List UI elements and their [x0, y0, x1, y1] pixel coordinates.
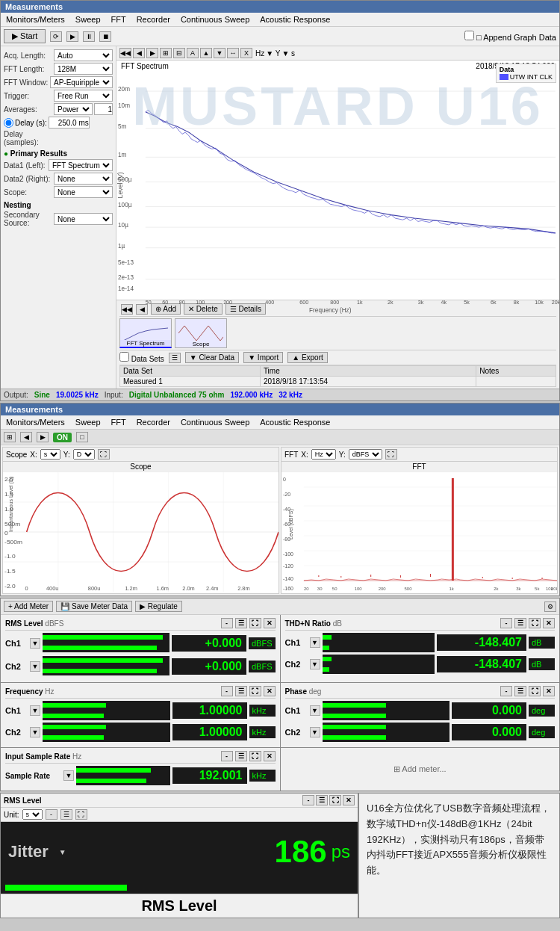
fft-right-x-select[interactable]: Hz — [311, 449, 336, 460]
sec-menu-acoustic[interactable]: Acoustic Response — [258, 417, 332, 427]
acq-length-select[interactable]: Auto — [54, 49, 113, 61]
regulate-btn[interactable]: ▶ Regulate — [135, 601, 182, 612]
jitter-tb-btn1[interactable]: - — [46, 809, 57, 820]
toolbar-icon2[interactable]: ▶ — [66, 31, 78, 42]
sr-settings-icon[interactable]: ☰ — [235, 751, 247, 761]
rms-minus-icon[interactable]: - — [221, 618, 233, 628]
toolbar-icon3[interactable]: ⏸ — [83, 31, 95, 42]
fft-length-select[interactable]: 128M — [54, 63, 113, 75]
jitter-expand-icon[interactable]: ⛶ — [329, 795, 341, 805]
fft-toolbar-btn2[interactable]: ◀ — [133, 48, 145, 58]
jitter-minus-icon[interactable]: - — [302, 795, 314, 805]
rms-ch2-dropdown[interactable]: ▼ — [30, 661, 40, 672]
fft-toolbar-btn5[interactable]: ⊟ — [173, 48, 185, 58]
fft-toolbar-btn9[interactable]: ↔ — [227, 48, 239, 58]
sec-menu-monitors[interactable]: Monitors/Meters — [4, 417, 67, 427]
save-meter-btn[interactable]: 💾 Save Meter Data — [56, 601, 132, 612]
start-button[interactable]: ▶ Start — [4, 29, 46, 43]
fft-toolbar-btn6[interactable]: A — [187, 48, 199, 58]
freq-close-icon[interactable]: ✕ — [264, 686, 276, 696]
menu-monitors[interactable]: Monitors/Meters — [4, 14, 67, 25]
add-meter-label[interactable]: ⊞ Add meter... — [393, 764, 447, 774]
scope-select[interactable]: None — [54, 186, 113, 198]
fft-right-y-select[interactable]: dBFS — [349, 449, 382, 460]
freq-ch2-dropdown[interactable]: ▼ — [30, 727, 40, 737]
thd-settings-icon[interactable]: ☰ — [514, 618, 526, 628]
rms-settings-icon[interactable]: ☰ — [235, 618, 247, 628]
sr-expand-icon[interactable]: ⛶ — [249, 751, 261, 761]
fft-toolbar-btn4[interactable]: ⊞ — [160, 48, 172, 58]
jitter-unit-select[interactable]: s — [22, 809, 43, 820]
jitter-tb-btn3[interactable]: ⛶ — [75, 809, 87, 820]
export-btn[interactable]: ▲ Export — [287, 352, 328, 363]
append-checkbox[interactable] — [464, 31, 474, 40]
menu-continuous[interactable]: Continuous Sweep — [178, 14, 252, 25]
phase-close-icon[interactable]: ✕ — [543, 686, 555, 696]
fft-toolbar-btn7[interactable]: ▲ — [200, 48, 212, 58]
freq-settings-icon[interactable]: ☰ — [235, 686, 247, 696]
sec-menu-sweep[interactable]: Sweep — [73, 417, 103, 427]
delay-input[interactable] — [49, 117, 90, 129]
freq-ch1-dropdown[interactable]: ▼ — [30, 705, 40, 716]
menu-recorder[interactable]: Recorder — [134, 14, 172, 25]
averages-num-input[interactable] — [94, 103, 113, 115]
add-meter-btn[interactable]: + Add Meter — [4, 601, 53, 612]
toolbar-icon1[interactable]: ⟳ — [50, 31, 62, 42]
data1-select[interactable]: FFT Spectrum — [49, 159, 113, 171]
scope-expand-btn[interactable]: ⛶ — [98, 449, 110, 460]
phase-minus-icon[interactable]: - — [500, 686, 512, 696]
data-sets-check[interactable] — [119, 352, 129, 362]
scope-x-select[interactable]: s — [40, 449, 60, 460]
averages-select[interactable]: Power — [54, 103, 93, 115]
freq-expand-icon[interactable]: ⛶ — [249, 686, 261, 696]
sec-tb-btn4[interactable]: □ — [76, 432, 88, 442]
sr-close-icon[interactable]: ✕ — [264, 751, 276, 761]
thd-expand-icon[interactable]: ⛶ — [529, 618, 541, 628]
sec-tb-btn1[interactable]: ⊞ — [4, 432, 16, 442]
jitter-close-icon[interactable]: ✕ — [343, 795, 355, 805]
on-badge[interactable]: ON — [53, 433, 72, 442]
sr-dropdown[interactable]: ▼ — [63, 770, 74, 781]
thumb-scope[interactable]: Scope — [175, 318, 227, 348]
add-meter-box[interactable]: ⊞ Add meter... — [281, 748, 560, 791]
freq-minus-icon[interactable]: - — [221, 686, 233, 696]
import-btn[interactable]: ▼ Import — [243, 352, 283, 363]
menu-fft[interactable]: FFT — [109, 14, 128, 25]
sec-tb-btn3[interactable]: ▶ — [37, 432, 49, 442]
fft-toolbar-btn8[interactable]: ▼ — [214, 48, 225, 58]
rms-expand-icon[interactable]: ⛶ — [249, 618, 261, 628]
jitter-settings-icon[interactable]: ☰ — [316, 795, 328, 805]
trigger-select[interactable]: Free Run — [54, 90, 113, 102]
fft-toolbar-btn1[interactable]: ◀◀ — [119, 48, 131, 58]
clear-data-btn[interactable]: ▼ Clear Data — [185, 352, 239, 363]
fft-right-expand-btn[interactable]: ⛶ — [385, 449, 397, 460]
rms-close-icon[interactable]: ✕ — [264, 618, 276, 628]
thd-ch2-dropdown[interactable]: ▼ — [310, 659, 320, 669]
meters-settings-icon[interactable]: ⚙ — [544, 601, 556, 612]
phase-ch2-dropdown[interactable]: ▼ — [310, 727, 320, 737]
rms-ch1-dropdown[interactable]: ▼ — [30, 638, 40, 649]
scope-y-select[interactable]: D — [73, 449, 95, 460]
delay-radio[interactable] — [4, 118, 13, 128]
sec-tb-btn2[interactable]: ◀ — [20, 432, 32, 442]
toolbar-icon4[interactable]: ⏹ — [99, 31, 111, 42]
data2-select[interactable]: None — [54, 173, 113, 185]
menu-sweep[interactable]: Sweep — [73, 14, 103, 25]
sr-minus-icon[interactable]: - — [221, 751, 233, 761]
phase-settings-icon[interactable]: ☰ — [514, 686, 526, 696]
jitter-tb-btn2[interactable]: ☰ — [60, 809, 72, 820]
secondary-select[interactable]: None — [54, 213, 113, 225]
data-sets-icon[interactable]: ☰ — [169, 353, 181, 363]
sec-menu-fft[interactable]: FFT — [109, 417, 128, 427]
fft-toolbar-btn3[interactable]: ▶ — [146, 48, 158, 58]
fft-window-select[interactable]: AP-Equiripple — [50, 76, 113, 88]
thd-minus-icon[interactable]: - — [500, 618, 512, 628]
fft-toolbar-btn10[interactable]: X — [240, 48, 252, 58]
thd-ch1-dropdown[interactable]: ▼ — [310, 637, 320, 648]
jitter-ch-dropdown[interactable]: ▼ — [59, 848, 66, 856]
sec-menu-recorder[interactable]: Recorder — [134, 417, 172, 427]
menu-acoustic[interactable]: Acoustic Response — [258, 14, 332, 25]
phase-expand-icon[interactable]: ⛶ — [529, 686, 541, 696]
sec-menu-continuous[interactable]: Continuous Sweep — [178, 417, 252, 427]
phase-ch1-dropdown[interactable]: ▼ — [310, 705, 320, 716]
